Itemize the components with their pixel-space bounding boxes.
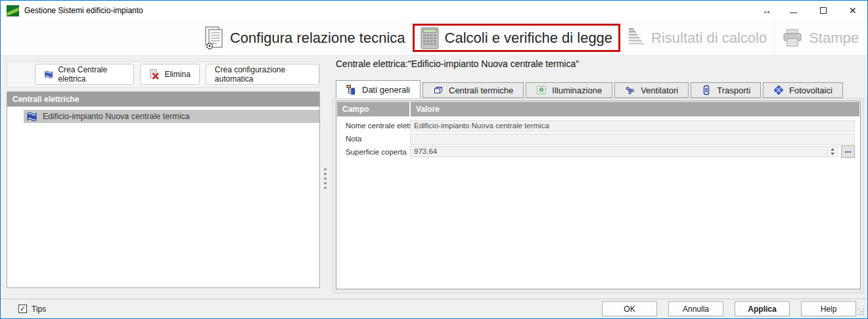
- property-table-frame: Campo Valore Nome centrale elettrica Edi…: [332, 98, 864, 293]
- lighting-icon: [536, 85, 547, 95]
- column-header-campo: Campo: [337, 102, 409, 116]
- superficie-coperta-input[interactable]: 973.64: [410, 146, 838, 157]
- fan-icon: [625, 85, 635, 95]
- maximize-button[interactable]: [808, 1, 838, 20]
- applica-button[interactable]: Applica: [735, 301, 790, 316]
- tab-trasporti[interactable]: Trasporti: [691, 82, 761, 98]
- ribbon-item-configura-relazione-tecnica[interactable]: Configura relazione tecnica: [197, 20, 413, 55]
- tool-btn-label: Crea configurazione automatica: [215, 65, 310, 84]
- table-row: Superficie coperta 973.64 ...: [336, 145, 860, 159]
- ribbon: Configura relazione tecnica Calcoli e ve…: [1, 20, 867, 56]
- solar-panel-icon: [773, 85, 784, 95]
- window-title: Gestione Sistemi edificio-impianto: [24, 6, 143, 15]
- detail-title: Centrale elettrica:"Edificio-impianto Nu…: [336, 59, 579, 69]
- property-table: Campo Valore Nome centrale elettrica Edi…: [336, 101, 861, 289]
- field-label: Nome centrale elettrica: [336, 122, 410, 130]
- hierarchy-icon: [346, 84, 357, 95]
- dialog-buttons: OK Annulla Applica Help: [602, 301, 867, 316]
- spinner-down-button[interactable]: [828, 152, 837, 157]
- maximize-icon: [820, 7, 827, 14]
- crea-configurazione-automatica-button[interactable]: Crea configurazione automatica: [206, 64, 319, 85]
- annulla-button[interactable]: Annulla: [668, 301, 723, 316]
- ok-button[interactable]: OK: [602, 301, 657, 316]
- tab-label: Fotovoltaici: [789, 86, 833, 95]
- delete-icon: [149, 69, 160, 80]
- arrow-up-icon: [831, 148, 834, 151]
- list-header: Centrali elettriche: [7, 92, 319, 107]
- resize-arrows-icon[interactable]: ↔: [755, 1, 779, 20]
- minimize-icon: [790, 12, 797, 13]
- tips-checkbox[interactable]: ✓: [18, 305, 27, 313]
- close-icon: ✕: [849, 5, 857, 16]
- elevator-icon: [701, 85, 712, 95]
- column-header-valore: Valore: [411, 102, 859, 116]
- tab-label: Illuminazione: [552, 86, 602, 95]
- tool-btn-label: Crea Centrale elettrica: [58, 65, 125, 84]
- minimize-button[interactable]: [779, 1, 808, 20]
- ribbon-item-label: Risultati di calcolo: [651, 30, 767, 47]
- printer-icon: [782, 29, 803, 47]
- check-icon: ✓: [20, 305, 26, 313]
- elimina-button[interactable]: Elimina: [140, 64, 199, 85]
- tab-label: Trasporti: [717, 86, 750, 95]
- boiler-box-icon: [433, 85, 444, 95]
- tab-centrali-termiche[interactable]: Centrali termiche: [423, 82, 524, 98]
- energy-chart-icon: [628, 28, 645, 49]
- spinner-up-button[interactable]: [828, 147, 837, 152]
- table-header-row: Campo Valore: [336, 101, 860, 117]
- tab-label: Ventilatori: [641, 86, 678, 95]
- superficie-coperta-ellipsis-button[interactable]: ...: [841, 145, 855, 158]
- tab-label: Centrali termiche: [449, 86, 513, 95]
- app-logo-icon: [7, 5, 19, 16]
- superficie-coperta-spinner[interactable]: [827, 147, 837, 157]
- help-button[interactable]: Help: [801, 301, 856, 316]
- centrali-elettriche-list: Centrali elettriche Edificio-impianto Nu…: [7, 91, 320, 288]
- calculator-icon: [421, 27, 439, 49]
- ribbon-item-label: Configura relazione tecnica: [230, 30, 405, 47]
- window-controls: ↔ ✕: [755, 1, 867, 20]
- ribbon-item-stampe: Stampe: [774, 20, 866, 55]
- list-item-edificio-impianto[interactable]: Edificio-impianto Nuova centrale termica: [24, 110, 319, 123]
- close-button[interactable]: ✕: [838, 1, 867, 20]
- tab-fotovoltaici[interactable]: Fotovoltaici: [763, 82, 843, 98]
- nota-input[interactable]: [410, 134, 855, 145]
- tab-dati-generali[interactable]: Dati generali: [336, 80, 421, 98]
- field-label: Superficie coperta: [336, 148, 410, 156]
- ribbon-item-label: Stampe: [809, 30, 859, 47]
- ribbon-item-calcoli-e-verifiche[interactable]: Calcoli e verifiche di legge: [413, 24, 621, 52]
- layers-stack-icon: [26, 111, 37, 122]
- tips-label: Tips: [32, 305, 46, 314]
- field-label: Nota: [336, 135, 410, 143]
- table-row: Nota: [336, 132, 860, 145]
- table-row: Nome centrale elettrica Edificio-impiant…: [336, 119, 860, 132]
- layers-stack-icon: [44, 69, 53, 80]
- resize-grip-icon[interactable]: [857, 308, 865, 316]
- tips-toggle[interactable]: ✓ Tips: [18, 305, 46, 314]
- tab-illuminazione[interactable]: Illuminazione: [526, 82, 612, 98]
- tab-ventilatori[interactable]: Ventilatori: [614, 82, 689, 98]
- footer-bar: ✓ Tips OK Annulla Applica Help: [1, 299, 867, 318]
- tab-label: Dati generali: [362, 85, 410, 95]
- arrow-down-icon: [831, 153, 834, 155]
- splitter-grip-icon: [324, 168, 327, 170]
- left-toolbar: Crea Centrale elettrica Elimina Crea con…: [7, 61, 320, 87]
- panel-splitter[interactable]: [321, 97, 329, 288]
- ribbon-item-risultati-di-calcolo: Risultati di calcolo: [620, 20, 774, 55]
- crea-centrale-elettrica-button[interactable]: Crea Centrale elettrica: [35, 64, 134, 85]
- nome-centrale-elettrica-input[interactable]: Edificio-impianto Nuova centrale termica: [410, 120, 855, 132]
- ribbon-item-label: Calcoli e verifiche di legge: [445, 30, 613, 47]
- detail-tabbar: Dati generali Centrali termiche Illumina…: [336, 80, 843, 98]
- titlebar: Gestione Sistemi edificio-impianto ↔ ✕: [1, 1, 867, 20]
- document-gear-icon: [204, 26, 224, 50]
- tool-btn-label: Elimina: [164, 70, 190, 79]
- list-item-label: Edificio-impianto Nuova centrale termica: [43, 112, 190, 121]
- app-window: Gestione Sistemi edificio-impianto ↔ ✕ C…: [0, 0, 868, 319]
